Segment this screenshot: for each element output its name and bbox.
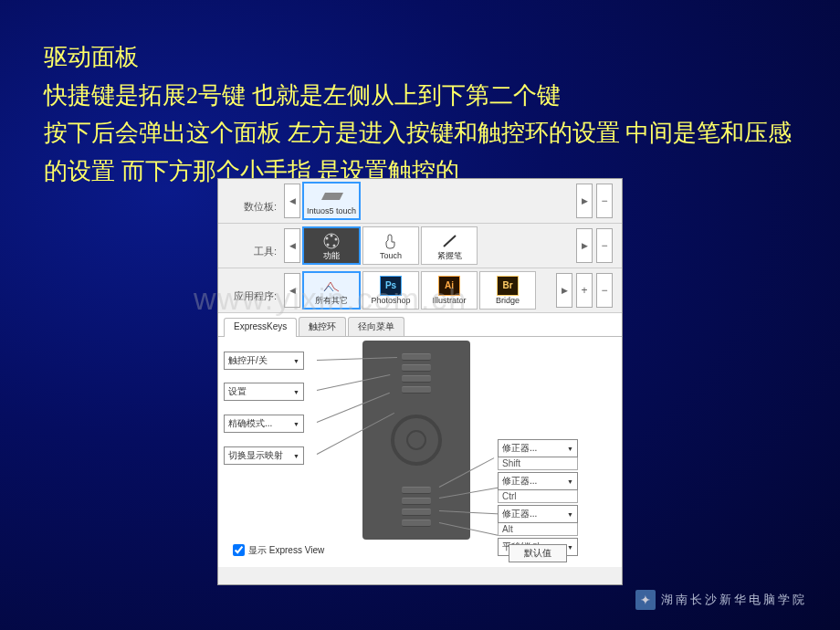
all-apps-icon	[317, 277, 346, 295]
line1: 驱动面板	[44, 38, 803, 77]
tablet-item-intuos5[interactable]: Intuos5 touch	[302, 182, 361, 220]
tab-expresskeys[interactable]: ExpressKeys	[224, 318, 297, 337]
svg-point-2	[331, 234, 333, 236]
key-combo-modifier-shift[interactable]: 修正器...▼ Shift	[498, 439, 578, 470]
pen-icon	[435, 232, 464, 250]
show-express-view-checkbox[interactable]	[233, 544, 245, 556]
functions-icon	[317, 232, 346, 250]
bridge-icon: Br	[493, 277, 522, 295]
expresskeys-area: 触控开/关▼ 设置▼ 精确模式...▼ 切换显示映射▼ 修正器...▼ Shif…	[218, 337, 622, 567]
tab-touchring[interactable]: 触控环	[299, 317, 346, 336]
svg-point-3	[335, 237, 338, 240]
app-label: 应用程序:	[218, 271, 282, 310]
app-item-all[interactable]: 所有其它	[302, 271, 361, 310]
line2: 快捷键是拓展2号键 也就是左侧从上到下第二个键	[44, 77, 803, 115]
tab-radialmenu[interactable]: 径向菜单	[348, 317, 404, 336]
tablet-prev[interactable]: ◀	[284, 184, 300, 218]
tablet-row: 数位板: ◀ Intuos5 touch ▶ −	[218, 179, 622, 224]
tablet-icon	[317, 187, 346, 205]
tool-item-functions[interactable]: 功能	[302, 226, 361, 265]
show-express-view-label: 显示 Express View	[248, 544, 324, 557]
tablet-graphic	[362, 341, 470, 540]
app-prev[interactable]: ◀	[284, 273, 300, 308]
tablet-remove[interactable]: −	[596, 184, 613, 218]
logo-text: 湖南长沙新华电脑学院	[661, 592, 807, 608]
app-row: 应用程序: ◀ 所有其它 Ps Photoshop Ai Illustrator…	[218, 268, 622, 313]
app-item-bridge[interactable]: Br Bridge	[479, 271, 536, 310]
tablet-label: 数位板:	[218, 182, 282, 220]
key-combo-touch-toggle[interactable]: 触控开/关▼	[224, 352, 304, 370]
tablet-next[interactable]: ▶	[576, 184, 593, 218]
school-logo: ✦ 湖南长沙新华电脑学院	[635, 590, 807, 610]
app-remove[interactable]: −	[596, 273, 613, 308]
key-combo-display-toggle[interactable]: 切换显示映射▼	[224, 446, 304, 465]
svg-point-4	[333, 244, 336, 247]
tool-prev[interactable]: ◀	[284, 228, 300, 263]
app-add[interactable]: +	[576, 273, 593, 308]
tool-item-touch[interactable]: Touch	[362, 226, 419, 265]
tool-remove[interactable]: −	[596, 228, 613, 263]
slide-description: 驱动面板 快捷键是拓展2号键 也就是左侧从上到下第二个键 按下后会弹出这个面板 …	[44, 38, 803, 190]
key-combo-modifier-ctrl[interactable]: 修正器...▼ Ctrl	[498, 472, 578, 503]
svg-marker-0	[321, 193, 343, 200]
tool-next[interactable]: ▶	[576, 228, 593, 263]
svg-line-7	[444, 236, 456, 247]
touch-icon	[376, 232, 405, 250]
logo-icon: ✦	[635, 590, 656, 610]
svg-point-5	[327, 243, 330, 246]
key-combo-settings[interactable]: 设置▼	[224, 383, 304, 401]
tab-bar: ExpressKeys 触控环 径向菜单	[218, 313, 622, 337]
tool-label: 工具:	[218, 226, 282, 265]
show-express-view-row: 显示 Express View	[229, 541, 324, 559]
svg-point-6	[326, 236, 329, 239]
tool-row: 工具: ◀ 功能 Touch 紧握笔 ▶ −	[218, 224, 622, 268]
key-combo-precision[interactable]: 精确模式...▼	[224, 415, 304, 433]
app-item-photoshop[interactable]: Ps Photoshop	[362, 271, 419, 310]
app-item-illustrator[interactable]: Ai Illustrator	[421, 271, 478, 310]
tool-item-grip-pen[interactable]: 紧握笔	[421, 226, 478, 265]
driver-panel: 数位板: ◀ Intuos5 touch ▶ − 工具: ◀ 功能 Touch	[217, 178, 623, 585]
illustrator-icon: Ai	[435, 277, 464, 295]
photoshop-icon: Ps	[376, 277, 405, 295]
key-combo-modifier-alt[interactable]: 修正器...▼ Alt	[498, 505, 578, 536]
default-button[interactable]: 默认值	[509, 544, 567, 562]
app-next[interactable]: ▶	[556, 273, 572, 308]
